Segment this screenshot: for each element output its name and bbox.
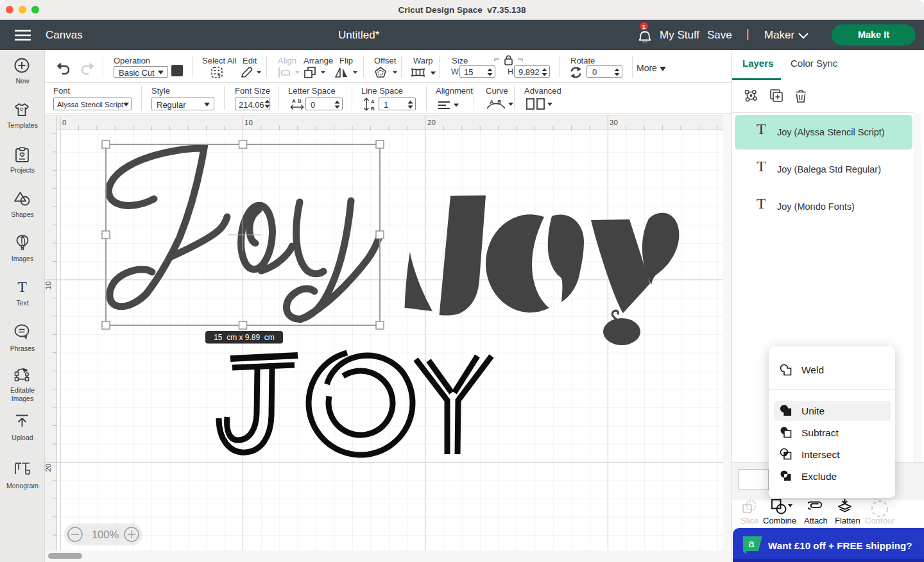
svg-text:A: A: [371, 99, 375, 105]
svg-text:A: A: [292, 98, 296, 104]
svg-text:10: 10: [244, 119, 253, 126]
svg-text:B: B: [298, 98, 302, 104]
svg-text:20: 20: [45, 464, 52, 472]
svg-text:20: 20: [427, 119, 436, 126]
svg-text:0: 0: [62, 119, 66, 126]
svg-text:100%: 100%: [92, 529, 119, 540]
svg-text:B: B: [371, 106, 375, 111]
svg-text:B: B: [497, 99, 501, 105]
svg-text:10: 10: [45, 282, 52, 290]
svg-text:T: T: [17, 280, 27, 294]
svg-text:a: a: [748, 538, 755, 550]
svg-text:15 cm x 9.89 cm: 15 cm x 9.89 cm: [214, 333, 275, 342]
svg-text:30: 30: [610, 119, 618, 126]
svg-text:A: A: [490, 99, 493, 105]
svg-text:1: 1: [642, 23, 646, 30]
